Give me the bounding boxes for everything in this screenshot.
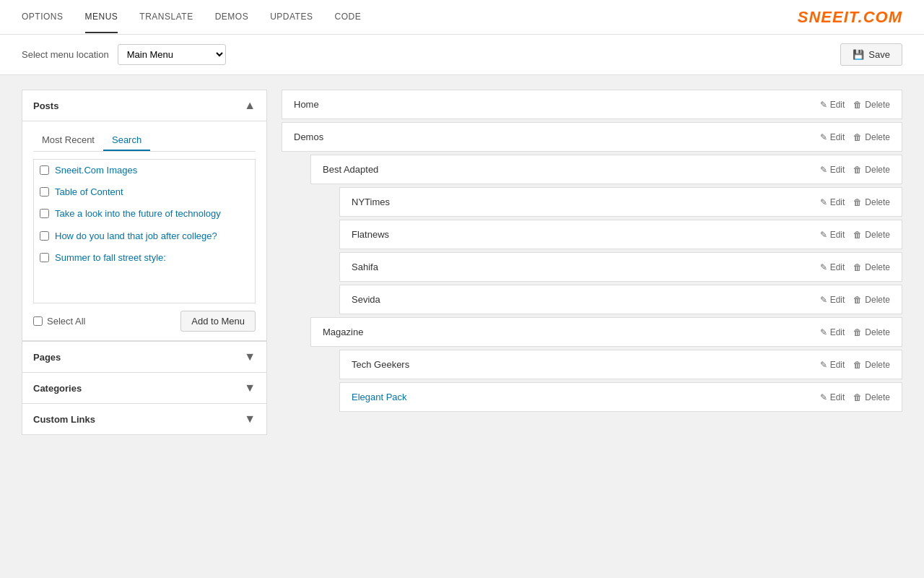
custom-links-header[interactable]: Custom Links ▼ [22, 404, 266, 434]
select-all-row: Select All [33, 316, 85, 327]
nav-demos[interactable]: DEMOS [215, 1, 249, 33]
menu-item-actions: ✎ Edit 🗑 Delete [820, 132, 890, 142]
categories-title: Categories [33, 383, 82, 394]
delete-tech-geekers-button[interactable]: 🗑 Delete [853, 360, 890, 370]
edit-elegant-pack-button[interactable]: ✎ Edit [820, 392, 845, 402]
posts-header[interactable]: Posts ▲ [22, 90, 266, 121]
menu-item-label: Demos [294, 131, 323, 142]
delete-icon: 🗑 [853, 392, 862, 402]
menu-item-actions: ✎ Edit 🗑 Delete [820, 165, 890, 175]
menu-item-actions: ✎ Edit 🗑 Delete [820, 197, 890, 207]
delete-demos-button[interactable]: 🗑 Delete [853, 132, 890, 142]
top-navigation: OPTIONS MENUS TRANSLATE DEMOS UPDATES CO… [0, 0, 924, 35]
nav-updates[interactable]: UPDATES [270, 1, 313, 33]
post-bottom-actions: Select All Add to Menu [33, 311, 256, 332]
edit-sahifa-button[interactable]: ✎ Edit [820, 262, 845, 272]
menu-item-actions: ✎ Edit 🗑 Delete [820, 100, 890, 110]
delete-best-adapted-button[interactable]: 🗑 Delete [853, 165, 890, 175]
menu-item-sevida: Sevida ✎ Edit 🗑 Delete [339, 285, 902, 314]
menu-item-label: Magazine [323, 327, 363, 337]
edit-demos-button[interactable]: ✎ Edit [820, 132, 845, 142]
menu-item-elegant-pack: Elegant Pack ✎ Edit 🗑 Delete [339, 382, 902, 412]
select-all-checkbox[interactable] [33, 316, 43, 326]
custom-links-section: Custom Links ▼ [22, 404, 267, 435]
add-to-menu-button[interactable]: Add to Menu [180, 311, 256, 332]
delete-icon: 🗑 [853, 165, 862, 175]
delete-label: Delete [865, 100, 890, 110]
select-menu-label: Select menu location [22, 49, 109, 60]
edit-home-button[interactable]: ✎ Edit [820, 100, 845, 110]
delete-sahifa-button[interactable]: 🗑 Delete [853, 262, 890, 272]
menu-item-actions: ✎ Edit 🗑 Delete [820, 360, 890, 370]
nav-options[interactable]: OPTIONS [22, 1, 64, 33]
delete-flatnews-button[interactable]: 🗑 Delete [853, 230, 890, 240]
post-link-3[interactable]: How do you land that job after college? [55, 230, 217, 243]
edit-best-adapted-button[interactable]: ✎ Edit [820, 165, 845, 175]
delete-label: Delete [865, 197, 890, 207]
edit-label: Edit [830, 392, 845, 402]
list-item: Take a look into the future of technolog… [34, 203, 255, 225]
pages-header[interactable]: Pages ▼ [22, 342, 266, 372]
edit-icon: ✎ [820, 262, 827, 272]
elegant-pack-link[interactable]: Elegant Pack [352, 392, 407, 402]
list-item: How do you land that job after college? [34, 225, 255, 247]
post-checkbox-4[interactable] [40, 253, 49, 262]
toolbar: Select menu location Main MenuFooter Men… [0, 35, 924, 75]
menu-item-sahifa: Sahifa ✎ Edit 🗑 Delete [339, 252, 902, 282]
post-checkbox-1[interactable] [40, 187, 49, 197]
edit-label: Edit [830, 360, 845, 370]
tab-most-recent[interactable]: Most Recent [33, 130, 103, 151]
post-checkbox-3[interactable] [40, 231, 49, 241]
delete-home-button[interactable]: 🗑 Delete [853, 100, 890, 110]
post-checkbox-2[interactable] [40, 209, 49, 218]
delete-sevida-button[interactable]: 🗑 Delete [853, 295, 890, 305]
menu-item-label: Sahifa [352, 262, 378, 272]
delete-magazine-button[interactable]: 🗑 Delete [853, 327, 890, 337]
post-link-1[interactable]: Table of Content [55, 186, 123, 199]
delete-label: Delete [865, 262, 890, 272]
post-link-2[interactable]: Take a look into the future of technolog… [55, 207, 221, 220]
edit-magazine-button[interactable]: ✎ Edit [820, 327, 845, 337]
menu-item-label: Home [294, 99, 319, 110]
delete-label: Delete [865, 230, 890, 240]
post-list[interactable]: Sneeit.Com Images Table of Content Take … [33, 159, 256, 303]
menu-item-flatnews: Flatnews ✎ Edit 🗑 Delete [339, 220, 902, 249]
nav-code[interactable]: CODE [334, 1, 361, 33]
edit-nytimes-button[interactable]: ✎ Edit [820, 197, 845, 207]
menu-item-actions: ✎ Edit 🗑 Delete [820, 262, 890, 272]
save-button[interactable]: 💾 Save [840, 43, 902, 66]
edit-flatnews-button[interactable]: ✎ Edit [820, 230, 845, 240]
edit-sevida-button[interactable]: ✎ Edit [820, 295, 845, 305]
menu-item-label: Flatnews [352, 229, 389, 240]
delete-icon: 🗑 [853, 360, 862, 370]
edit-label: Edit [830, 197, 845, 207]
toolbar-left: Select menu location Main MenuFooter Men… [22, 44, 226, 65]
post-link-4[interactable]: Summer to fall street style: [55, 251, 166, 264]
categories-header[interactable]: Categories ▼ [22, 373, 266, 403]
nav-menus[interactable]: MENUS [85, 1, 118, 33]
categories-section: Categories ▼ [22, 373, 267, 404]
delete-icon: 🗑 [853, 230, 862, 240]
delete-elegant-pack-button[interactable]: 🗑 Delete [853, 392, 890, 402]
edit-icon: ✎ [820, 197, 827, 207]
delete-icon: 🗑 [853, 262, 862, 272]
custom-links-title: Custom Links [33, 414, 95, 425]
delete-icon: 🗑 [853, 197, 862, 207]
post-link-0[interactable]: Sneeit.Com Images [55, 164, 137, 177]
posts-tabs: Most Recent Search [33, 130, 256, 152]
delete-icon: 🗑 [853, 327, 862, 337]
tab-search[interactable]: Search [103, 130, 150, 151]
edit-tech-geekers-button[interactable]: ✎ Edit [820, 360, 845, 370]
nav-translate[interactable]: TRANSLATE [139, 1, 193, 33]
edit-icon: ✎ [820, 230, 827, 240]
edit-icon: ✎ [820, 327, 827, 337]
edit-icon: ✎ [820, 392, 827, 402]
pages-title: Pages [33, 352, 61, 363]
delete-label: Delete [865, 327, 890, 337]
post-checkbox-0[interactable] [40, 165, 49, 175]
save-disk-icon: 💾 [853, 49, 864, 60]
delete-nytimes-button[interactable]: 🗑 Delete [853, 197, 890, 207]
menu-location-select[interactable]: Main MenuFooter MenuSidebar Menu [118, 44, 226, 65]
list-item: Summer to fall street style: [34, 247, 255, 269]
edit-icon: ✎ [820, 295, 827, 305]
